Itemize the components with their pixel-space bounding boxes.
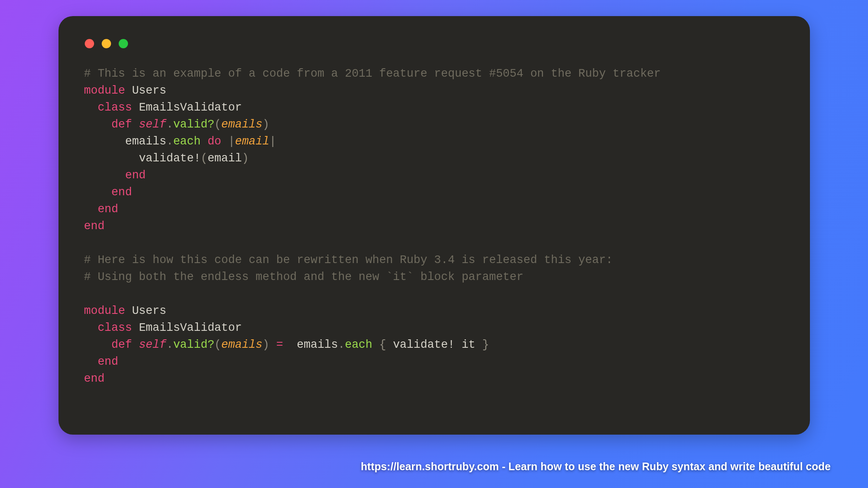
footer-caption: https://learn.shortruby.com - Learn how … <box>361 460 831 473</box>
punc-rparen: ) <box>262 118 269 131</box>
method-each: each <box>345 338 373 351</box>
punc-rparen: ) <box>262 338 269 351</box>
kw-it: it <box>462 338 475 351</box>
kw-class: class <box>97 101 132 114</box>
const-users: Users <box>132 84 166 97</box>
kw-class: class <box>97 322 132 334</box>
ident-emails: emails <box>125 135 166 148</box>
kw-end: end <box>97 355 118 368</box>
kw-end: end <box>84 372 105 385</box>
param-email: email <box>235 135 269 148</box>
call-validate: validate! <box>393 338 455 351</box>
zoom-icon[interactable] <box>119 39 128 48</box>
kw-def: def <box>111 118 132 131</box>
punc-eq: = <box>276 338 283 351</box>
kw-end: end <box>125 169 146 182</box>
kw-module: module <box>84 84 125 97</box>
method-valid: valid? <box>173 338 214 351</box>
code-comment: # Using both the endless method and the … <box>84 271 523 283</box>
close-icon[interactable] <box>85 39 94 48</box>
punc-rparen: ) <box>242 152 249 165</box>
const-users: Users <box>132 305 166 317</box>
kw-end: end <box>97 203 118 216</box>
punc-dot: . <box>338 338 345 351</box>
minimize-icon[interactable] <box>102 39 111 48</box>
ident-emails: emails <box>297 338 338 351</box>
kw-module: module <box>84 305 125 317</box>
kw-do: do <box>208 135 221 148</box>
kw-self: self <box>139 338 167 351</box>
code-block: # This is an example of a code from a 20… <box>84 65 785 387</box>
punc-lparen: ( <box>214 338 221 351</box>
punc-lparen: ( <box>214 118 221 131</box>
code-window: # This is an example of a code from a 20… <box>58 16 810 435</box>
call-validate: validate! <box>139 152 201 165</box>
param-emails: emails <box>221 118 262 131</box>
punc-lparen: ( <box>200 152 207 165</box>
const-emailsvalidator: EmailsValidator <box>139 101 242 114</box>
const-emailsvalidator: EmailsValidator <box>139 322 242 334</box>
kw-def: def <box>111 338 132 351</box>
punc-rbrace: } <box>482 338 489 351</box>
arg-email: email <box>208 152 242 165</box>
kw-self: self <box>139 118 167 131</box>
punc-pipe: | <box>269 135 276 148</box>
code-comment: # Here is how this code can be rewritten… <box>84 254 613 266</box>
method-valid: valid? <box>173 118 214 131</box>
kw-end: end <box>111 186 132 199</box>
punc-dot: . <box>166 118 173 131</box>
punc-dot: . <box>166 135 173 148</box>
punc-lbrace: { <box>379 338 386 351</box>
traffic-lights <box>85 39 785 48</box>
param-emails: emails <box>221 338 262 351</box>
punc-dot: . <box>166 338 173 351</box>
kw-end: end <box>84 220 105 233</box>
punc-pipe: | <box>228 135 235 148</box>
code-comment: # This is an example of a code from a 20… <box>84 67 661 80</box>
method-each: each <box>173 135 201 148</box>
